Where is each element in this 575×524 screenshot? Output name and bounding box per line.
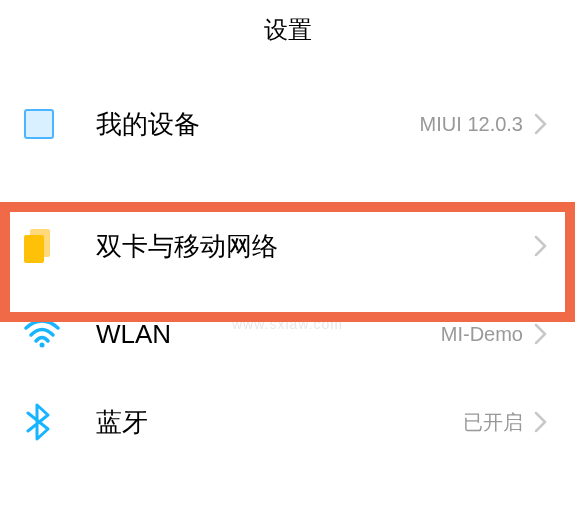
row-bluetooth[interactable]: 蓝牙 已开启 <box>0 378 575 466</box>
chevron-right-icon <box>531 114 551 134</box>
wifi-icon <box>24 320 68 348</box>
row-value: 已开启 <box>463 409 523 436</box>
bluetooth-icon <box>24 403 68 441</box>
row-my-device[interactable]: 我的设备 MIUI 12.0.3 <box>0 80 575 168</box>
row-label: 双卡与移动网络 <box>68 229 523 264</box>
row-value: MIUI 12.0.3 <box>420 113 523 136</box>
svg-point-0 <box>40 343 45 348</box>
section-gap <box>0 60 575 80</box>
watermark: www.sxlaw.com <box>232 316 343 332</box>
row-label: 我的设备 <box>68 107 420 142</box>
row-label: 蓝牙 <box>68 405 463 440</box>
chevron-right-icon <box>531 324 551 344</box>
section-divider <box>0 168 575 202</box>
page-title: 设置 <box>264 14 312 46</box>
row-value: MI-Demo <box>441 323 523 346</box>
row-sim-network[interactable]: 双卡与移动网络 <box>0 202 575 290</box>
chevron-right-icon <box>531 236 551 256</box>
row-wlan[interactable]: WLAN MI-Demo <box>0 290 575 378</box>
device-icon <box>24 109 68 139</box>
sim-icon <box>24 229 68 263</box>
header: 设置 <box>0 0 575 60</box>
chevron-right-icon <box>531 412 551 432</box>
